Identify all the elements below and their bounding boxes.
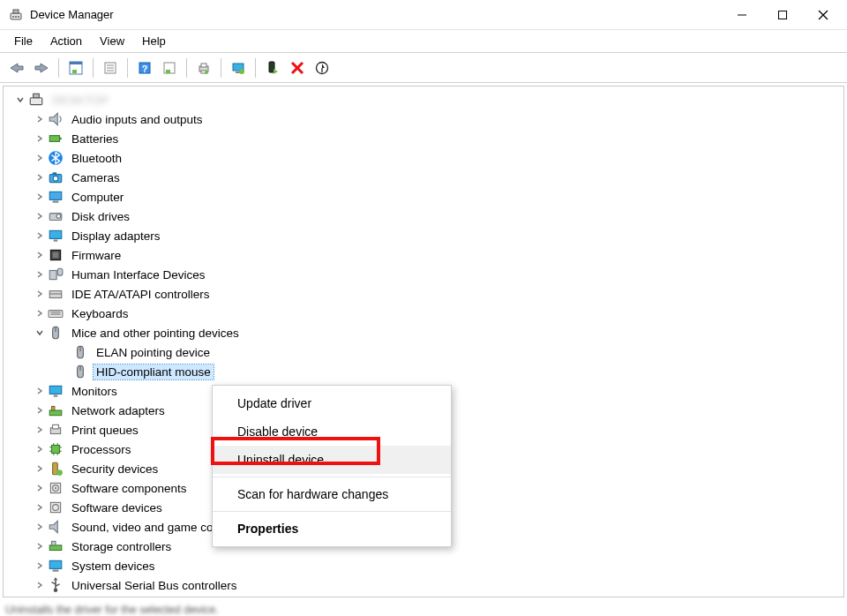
- toolbar-uninstall-device-button[interactable]: [286, 56, 309, 79]
- app-icon: [9, 8, 23, 22]
- tree-category[interactable]: Computer: [4, 187, 843, 207]
- expand-icon[interactable]: [34, 540, 46, 552]
- tree-label: Computer: [69, 190, 126, 205]
- expand-icon[interactable]: [34, 424, 46, 436]
- toolbar-help-button[interactable]: ?: [133, 56, 156, 79]
- context-disable-device[interactable]: Disable device: [213, 417, 451, 446]
- expand-icon[interactable]: [34, 579, 46, 591]
- expand-icon[interactable]: [34, 191, 46, 203]
- toolbar-scan-hardware-button[interactable]: [311, 56, 334, 79]
- svg-marker-97: [54, 577, 58, 580]
- svg-point-3: [15, 16, 17, 18]
- menu-help[interactable]: Help: [133, 30, 175, 52]
- expand-icon[interactable]: [34, 152, 46, 164]
- mouse-icon: [48, 325, 64, 341]
- tree-category[interactable]: Disk drives: [4, 207, 843, 226]
- close-button[interactable]: [803, 0, 843, 30]
- toolbar-separator: [221, 58, 221, 78]
- expand-icon[interactable]: [34, 113, 46, 125]
- expand-icon[interactable]: [34, 501, 46, 514]
- mouse-icon: [72, 364, 88, 379]
- tree-label: Storage controllers: [69, 539, 174, 554]
- tree-label: Software components: [69, 481, 190, 496]
- svg-rect-40: [60, 138, 62, 139]
- tree-category[interactable]: Human Interface Devices: [4, 265, 843, 284]
- tree-label: Display adapters: [69, 229, 163, 244]
- tree-category[interactable]: Bluetooth: [4, 148, 843, 168]
- menu-action[interactable]: Action: [41, 30, 91, 52]
- menu-file[interactable]: File: [5, 30, 41, 52]
- tree-category[interactable]: Keyboards: [4, 304, 843, 323]
- svg-rect-23: [201, 64, 206, 67]
- expand-icon[interactable]: [34, 521, 46, 533]
- tree-category[interactable]: Firmware: [4, 245, 843, 265]
- tree-category[interactable]: System devices: [4, 556, 843, 575]
- svg-point-2: [12, 16, 14, 18]
- usb-icon: [48, 577, 64, 593]
- svg-rect-72: [52, 446, 60, 454]
- tree-root-label: DESKTOP: [49, 93, 111, 108]
- spacer: [58, 365, 71, 378]
- context-update-driver[interactable]: Update driver: [213, 389, 451, 417]
- tree-label: Universal Serial Bus controllers: [69, 578, 240, 593]
- tree-category[interactable]: Universal Serial Bus controllers: [4, 575, 843, 595]
- tree-category[interactable]: Audio inputs and outputs: [4, 109, 843, 129]
- toolbar-enable-device-button[interactable]: [261, 56, 284, 79]
- expand-icon[interactable]: [34, 268, 46, 281]
- tree-category[interactable]: IDE ATA/ATAPI controllers: [4, 284, 843, 304]
- svg-rect-13: [72, 70, 77, 73]
- tree-device[interactable]: ELAN pointing device: [4, 342, 843, 362]
- svg-rect-67: [54, 395, 58, 397]
- expand-icon[interactable]: [34, 210, 46, 222]
- svg-marker-38: [49, 113, 57, 125]
- svg-point-82: [56, 470, 63, 476]
- minimize-button[interactable]: [722, 0, 762, 30]
- expand-icon[interactable]: [34, 462, 46, 475]
- svg-rect-12: [70, 62, 82, 64]
- keyboard-icon: [48, 305, 64, 321]
- svg-rect-49: [49, 230, 62, 238]
- context-uninstall-device[interactable]: Uninstall device: [213, 446, 451, 474]
- expand-icon[interactable]: [34, 132, 46, 145]
- svg-rect-1: [13, 10, 19, 13]
- toolbar-back-button[interactable]: [5, 56, 28, 79]
- toolbar-forward-button[interactable]: [30, 56, 53, 79]
- toolbar-show-hide-tree-button[interactable]: [64, 56, 87, 79]
- hid-icon: [48, 267, 64, 282]
- tree-device-selected[interactable]: HID-compliant mouse: [4, 362, 843, 381]
- toolbar-action-button[interactable]: [158, 56, 181, 79]
- tree-category[interactable]: Batteries: [4, 129, 843, 148]
- toolbar-update-driver-button[interactable]: [227, 56, 250, 79]
- maximize-button[interactable]: [762, 0, 803, 30]
- tree-label: Firmware: [69, 248, 124, 263]
- expand-icon[interactable]: [34, 307, 46, 319]
- tree-root[interactable]: DESKTOP: [4, 90, 843, 109]
- menu-view[interactable]: View: [91, 30, 133, 52]
- title-bar: Device Manager: [0, 0, 847, 30]
- battery-icon: [48, 131, 64, 146]
- expand-icon[interactable]: [34, 404, 46, 417]
- expand-icon[interactable]: [34, 443, 46, 455]
- svg-point-25: [205, 71, 208, 74]
- expand-icon[interactable]: [34, 229, 46, 242]
- context-scan-hardware[interactable]: Scan for hardware changes: [213, 480, 451, 508]
- collapse-icon[interactable]: [34, 327, 46, 339]
- toolbar-properties-button[interactable]: [99, 56, 122, 79]
- expand-icon[interactable]: [34, 288, 46, 300]
- status-bar-text: Uninstalls the driver for the selected d…: [5, 604, 219, 616]
- expand-icon[interactable]: [34, 385, 46, 397]
- svg-rect-6: [779, 11, 787, 19]
- toolbar-print-button[interactable]: [192, 56, 215, 79]
- svg-rect-50: [54, 240, 58, 242]
- collapse-icon[interactable]: [14, 94, 26, 106]
- tree-category[interactable]: Display adapters: [4, 226, 843, 245]
- expand-icon[interactable]: [34, 560, 46, 572]
- expand-icon[interactable]: [34, 249, 46, 261]
- expand-icon[interactable]: [34, 482, 46, 494]
- svg-text:?: ?: [142, 63, 148, 73]
- context-properties[interactable]: Properties: [213, 515, 451, 543]
- svg-rect-39: [49, 136, 59, 142]
- tree-category-mice[interactable]: Mice and other pointing devices: [4, 323, 843, 342]
- tree-category[interactable]: Cameras: [4, 168, 843, 187]
- expand-icon[interactable]: [34, 171, 46, 184]
